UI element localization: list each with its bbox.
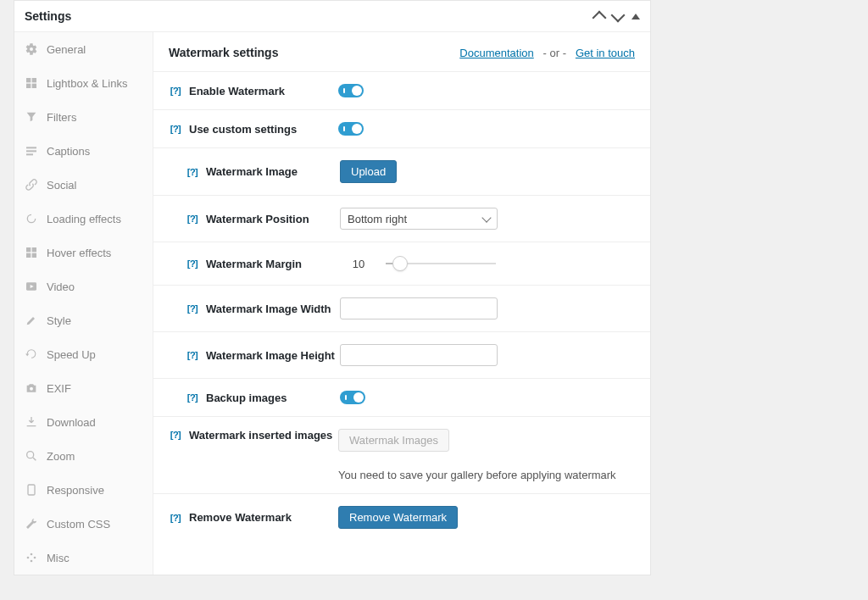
enable-watermark-toggle[interactable] — [338, 84, 364, 97]
settings-panel: Settings General Lightbox & Links Filter… — [14, 0, 651, 575]
svg-rect-1 — [32, 78, 36, 82]
watermark-inserted-note: You need to save your gallery before app… — [338, 469, 635, 481]
svg-point-14 — [27, 452, 34, 458]
svg-rect-2 — [26, 84, 31, 88]
sidebar-item-style[interactable]: Style — [14, 303, 153, 337]
sidebar-item-video[interactable]: Video — [14, 269, 153, 303]
svg-rect-8 — [32, 247, 36, 252]
watermark-images-button[interactable]: Watermak Images — [338, 429, 449, 452]
camera-icon — [25, 381, 38, 395]
watermark-margin-slider[interactable] — [386, 263, 496, 264]
contact-link[interactable]: Get in touch — [576, 47, 635, 59]
sidebar-item-label: Loading effects — [47, 213, 121, 225]
watermark-width-label: Watermark Image Width — [206, 303, 340, 315]
documentation-link[interactable]: Documentation — [459, 47, 533, 59]
help-icon[interactable] — [169, 429, 182, 441]
help-icon[interactable] — [186, 258, 199, 269]
filter-icon — [25, 110, 38, 124]
settings-sidebar: General Lightbox & Links Filters Caption… — [14, 32, 153, 575]
sidebar-item-label: Social — [47, 179, 76, 192]
watermark-height-input[interactable] — [340, 344, 498, 366]
help-icon[interactable] — [186, 303, 199, 314]
upload-button[interactable]: Upload — [340, 160, 397, 183]
remove-watermark-label: Remove Watermark — [189, 511, 338, 524]
svg-line-15 — [33, 458, 36, 460]
row-watermark-inserted: Watermark inserted images Watermak Image… — [153, 417, 650, 494]
row-watermark-margin: Watermark Margin — [153, 242, 650, 286]
backup-images-label: Backup images — [206, 392, 340, 404]
sidebar-item-download[interactable]: Download — [14, 405, 153, 439]
watermark-position-select[interactable]: Bottom right — [340, 208, 498, 230]
sidebar-item-customcss[interactable]: Custom CSS — [14, 507, 153, 541]
sidebar-item-zoom[interactable]: Zoom — [14, 439, 153, 473]
svg-point-17 — [27, 557, 30, 559]
style-icon — [25, 314, 38, 327]
chevron-down-icon — [481, 213, 491, 222]
custom-settings-label: Use custom settings — [189, 123, 338, 136]
svg-rect-4 — [26, 147, 36, 148]
help-icon[interactable] — [169, 85, 182, 97]
social-icon — [25, 178, 38, 192]
content-title: Watermark settings — [169, 46, 459, 59]
sidebar-item-loading[interactable]: Loading effects — [14, 202, 153, 236]
row-enable-watermark: Enable Watermark — [153, 72, 650, 110]
custom-settings-toggle[interactable] — [338, 122, 364, 136]
row-watermark-height: Watermark Image Height — [153, 332, 650, 379]
help-icon[interactable] — [186, 213, 199, 225]
links-separator: - or - — [543, 47, 566, 59]
svg-rect-6 — [26, 153, 33, 155]
sidebar-item-label: Style — [47, 314, 71, 327]
sidebar-item-label: Custom CSS — [47, 518, 110, 531]
watermark-margin-label: Watermark Margin — [206, 258, 340, 270]
help-icon[interactable] — [186, 349, 199, 361]
sidebar-item-label: Zoom — [47, 450, 75, 463]
sidebar-item-exif[interactable]: EXIF — [14, 371, 153, 405]
captions-icon — [25, 144, 38, 158]
svg-rect-9 — [26, 253, 31, 258]
select-value: Bottom right — [348, 213, 407, 225]
help-icon[interactable] — [186, 392, 199, 403]
sidebar-item-lightbox[interactable]: Lightbox & Links — [14, 66, 153, 100]
row-custom-settings: Use custom settings — [153, 110, 650, 148]
sidebar-item-label: General — [47, 43, 86, 56]
watermark-margin-input[interactable] — [340, 254, 377, 273]
chevron-down-icon[interactable] — [611, 8, 626, 23]
backup-images-toggle[interactable] — [340, 391, 365, 404]
sidebar-item-general[interactable]: General — [14, 32, 153, 66]
lightbox-icon — [25, 76, 38, 90]
watermark-inserted-label: Watermark inserted images — [189, 429, 338, 442]
help-icon[interactable] — [169, 123, 182, 135]
watermark-height-label: Watermark Image Height — [206, 349, 340, 362]
svg-point-18 — [31, 553, 33, 556]
collapse-icon[interactable] — [632, 14, 640, 19]
svg-rect-16 — [28, 485, 35, 495]
row-watermark-position: Watermark Position Bottom right — [153, 196, 650, 242]
sidebar-item-responsive[interactable]: Responsive — [14, 473, 153, 507]
slider-thumb[interactable] — [392, 256, 408, 271]
help-icon[interactable] — [169, 512, 182, 524]
svg-rect-10 — [32, 253, 36, 258]
sidebar-item-captions[interactable]: Captions — [14, 134, 153, 168]
sidebar-item-label: Lightbox & Links — [47, 77, 127, 90]
sidebar-item-label: Misc — [47, 552, 70, 564]
sidebar-item-filters[interactable]: Filters — [14, 100, 153, 134]
panel-title: Settings — [25, 9, 594, 23]
panel-header: Settings — [14, 1, 650, 32]
hover-icon — [25, 246, 38, 259]
content-header: Watermark settings Documentation - or - … — [153, 32, 650, 72]
sidebar-item-speedup[interactable]: Speed Up — [14, 337, 153, 371]
sidebar-item-label: Filters — [47, 111, 76, 124]
remove-watermark-button[interactable]: Remove Watermark — [338, 506, 458, 529]
sidebar-item-social[interactable]: Social — [14, 168, 153, 202]
sidebar-item-label: Hover effects — [47, 247, 111, 259]
settings-content: Watermark settings Documentation - or - … — [153, 32, 650, 575]
row-backup-images: Backup images — [153, 379, 650, 417]
help-icon[interactable] — [186, 166, 199, 178]
watermark-width-input[interactable] — [340, 297, 498, 319]
chevron-up-icon[interactable] — [593, 11, 607, 25]
sidebar-item-misc[interactable]: Misc — [14, 541, 153, 575]
sidebar-item-hover[interactable]: Hover effects — [14, 236, 153, 269]
watermark-position-label: Watermark Position — [206, 213, 340, 225]
sidebar-item-label: Speed Up — [47, 348, 96, 361]
sidebar-item-label: Responsive — [47, 484, 104, 497]
